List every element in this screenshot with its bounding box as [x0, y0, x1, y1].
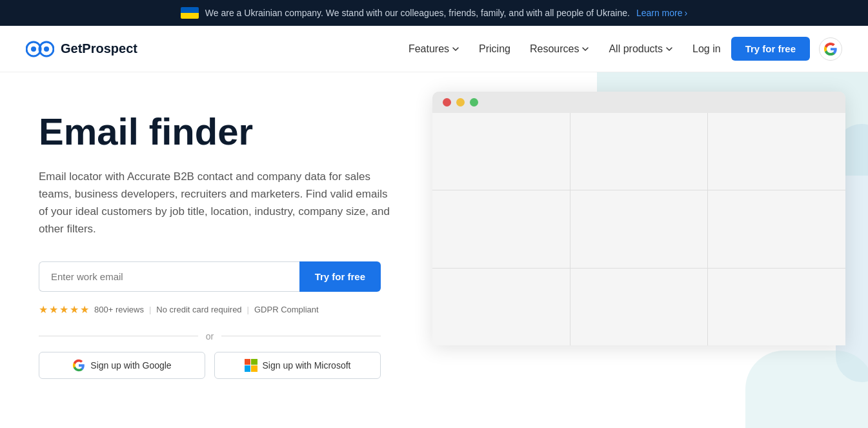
browser-cell-3 [708, 113, 845, 190]
browser-cell-2 [570, 113, 708, 190]
google-signup-label: Sign up with Google [90, 360, 171, 371]
google-icon [72, 359, 85, 372]
star-5: ★ [80, 303, 89, 316]
hero-subtitle: Email locator with Accurate B2B contact … [39, 168, 394, 238]
chevron-down-icon [665, 45, 673, 53]
or-text: or [206, 331, 214, 341]
nav-item-features[interactable]: Features [409, 43, 459, 55]
browser-content [432, 113, 845, 345]
navbar: GetProspect Features Pricing Resources [0, 26, 868, 72]
divider-line-right [221, 336, 381, 336]
try-free-hero-button[interactable]: Try for free [299, 261, 381, 292]
reviews-text: 800+ reviews [94, 305, 144, 314]
social-buttons: Sign up with Google Sign up with Microso… [39, 352, 381, 379]
logo-text: GetProspect [61, 41, 137, 56]
no-cc-text: No credit card required [156, 305, 241, 314]
star-rating: ★ ★ ★ ★ ★ [39, 303, 89, 316]
svg-point-3 [44, 46, 49, 52]
browser-topbar [432, 92, 845, 113]
banner-message: We are a Ukrainian company. We stand wit… [205, 8, 630, 18]
hero-title: Email finder [39, 111, 394, 152]
microsoft-icon [245, 359, 257, 372]
chevron-down-icon [581, 45, 589, 53]
logo-icon [26, 39, 54, 59]
top-banner: We are a Ukrainian company. We stand wit… [0, 0, 868, 26]
nav-item-resources[interactable]: Resources [530, 43, 589, 55]
browser-cell-5 [570, 190, 708, 267]
hero-left: Email finder Email locator with Accurate… [0, 72, 426, 428]
star-3: ★ [59, 303, 68, 316]
learn-more-arrow: › [685, 8, 688, 18]
browser-cell-7 [432, 269, 570, 345]
logo-link[interactable]: GetProspect [26, 39, 137, 59]
separator-2: | [247, 305, 249, 314]
star-2: ★ [49, 303, 58, 316]
browser-cell-8 [570, 269, 708, 345]
try-free-nav-button[interactable]: Try for free [731, 37, 810, 61]
svg-point-1 [31, 46, 36, 52]
separator-1: | [149, 305, 151, 314]
learn-more-label: Learn more [636, 8, 683, 18]
window-dot-red [443, 98, 451, 107]
microsoft-signup-button[interactable]: Sign up with Microsoft [214, 352, 381, 379]
blob-bottom-right [745, 351, 868, 428]
nav-item-pricing[interactable]: Pricing [479, 43, 510, 55]
hero-right [426, 72, 868, 428]
window-dot-green [470, 98, 478, 107]
login-link[interactable]: Log in [692, 43, 721, 55]
email-form: Try for free [39, 261, 381, 292]
star-1: ★ [39, 303, 48, 316]
stars-row: ★ ★ ★ ★ ★ 800+ reviews | No credit card … [39, 303, 394, 316]
google-g-icon [823, 42, 838, 56]
google-signup-button[interactable]: Sign up with Google [39, 352, 205, 379]
or-divider: or [39, 331, 381, 341]
ukraine-flag-icon [181, 7, 199, 19]
window-dot-yellow [456, 98, 465, 107]
chevron-down-icon [452, 45, 459, 53]
main-content: Email finder Email locator with Accurate… [0, 72, 868, 428]
browser-cell-4 [432, 190, 570, 267]
star-4: ★ [70, 303, 79, 316]
browser-cell-1 [432, 113, 570, 190]
google-nav-icon[interactable] [819, 37, 842, 61]
email-input[interactable] [39, 261, 299, 292]
gdpr-text: GDPR Compliant [254, 305, 319, 314]
browser-mock [432, 92, 845, 345]
learn-more-link[interactable]: Learn more › [636, 8, 687, 18]
divider-line-left [39, 336, 198, 336]
browser-cell-9 [708, 269, 845, 345]
microsoft-signup-label: Sign up with Microsoft [263, 360, 351, 371]
nav-links: Features Pricing Resources All products [409, 43, 673, 55]
browser-cell-6 [708, 190, 845, 267]
nav-item-all-products[interactable]: All products [609, 43, 673, 55]
